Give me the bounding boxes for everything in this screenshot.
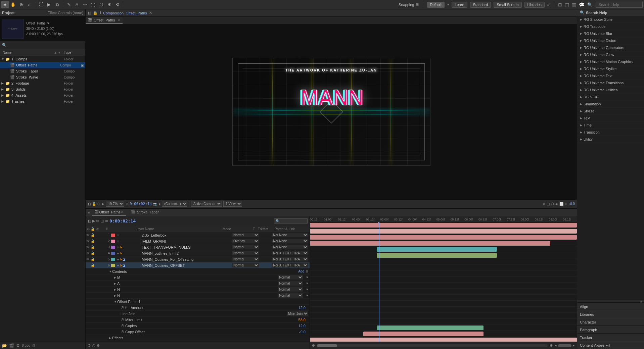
effect-group-header-text[interactable]: ▶ Text bbox=[577, 115, 644, 121]
panel-header-paragraph[interactable]: Paragraph bbox=[577, 326, 644, 334]
line-join-select[interactable]: Miter Join bbox=[287, 311, 308, 316]
toggle-3solids[interactable]: ▶ bbox=[1, 88, 5, 91]
effect-group-header-rg-stylize[interactable]: ▶ RG Universe Stylize bbox=[577, 65, 644, 72]
tl-ctrl-3[interactable]: ⧉ bbox=[96, 219, 99, 223]
project-delete[interactable]: 🗑 bbox=[32, 343, 36, 348]
lr-parent-3[interactable]: None bbox=[278, 245, 310, 249]
layer-row-1[interactable]: 👁 🔒 1 ☆ 2.35_Letterbox Normal bbox=[86, 232, 310, 238]
viewer-toggle-1[interactable]: ⧉ bbox=[543, 202, 545, 206]
tree-item-stroke-wave[interactable]: 🎬 Stroke_Wave Compo bbox=[0, 74, 85, 80]
tl-bottom-1[interactable]: ⊙ bbox=[88, 343, 91, 348]
effect-group-header-rg-motion[interactable]: ▶ RG Universe Motion Graphics bbox=[577, 58, 644, 65]
project-settings[interactable]: ⚙ bbox=[16, 343, 20, 348]
select-tool[interactable]: ◈ bbox=[1, 1, 9, 8]
prop-toggle-n1[interactable]: ▶ bbox=[114, 288, 117, 291]
orbit-tool[interactable]: ⌕ bbox=[26, 1, 33, 8]
tl-ctrl-5[interactable]: ⊕ bbox=[105, 219, 108, 223]
icon-4[interactable]: 💬 bbox=[579, 2, 585, 7]
lr-parent-1[interactable]: None bbox=[278, 233, 310, 237]
effect-group-header-rg-text[interactable]: ▶ RG Universe Text bbox=[577, 72, 644, 79]
tree-item-trashes[interactable]: ▶ 📁 Trashes Folder bbox=[0, 98, 85, 104]
lr-lock-3[interactable]: 🔒 bbox=[90, 245, 95, 249]
layer-search-input[interactable] bbox=[274, 218, 308, 223]
panel-header-align[interactable]: Align bbox=[577, 303, 644, 310]
toggle-4assets[interactable]: ▶ bbox=[1, 94, 5, 97]
lr-vis-2[interactable]: 👁 bbox=[86, 239, 90, 243]
comp-tab-close-1[interactable]: ✕ bbox=[118, 18, 121, 22]
prop-toggle-m[interactable]: ▶ bbox=[114, 276, 117, 279]
eraser-tool[interactable]: ⬡ bbox=[97, 1, 105, 8]
tl-zoom-in[interactable]: ⊕ bbox=[550, 343, 553, 348]
effect-group-header-simulation[interactable]: ▶ Simulation bbox=[577, 101, 644, 107]
pin-tool[interactable]: ✱ bbox=[105, 1, 113, 8]
effect-group-header-rg-shooter[interactable]: ▶ RG Shooter Suite bbox=[577, 16, 644, 23]
project-tree[interactable]: ▼ 📁 1_Comps Folder 🎬 Offset_Paths Compo … bbox=[0, 56, 85, 342]
effect-group-header-rg-transitions[interactable]: ▶ RG Universe Transitions bbox=[577, 80, 644, 86]
tl-ctrl-2[interactable]: ▶ bbox=[92, 219, 95, 223]
tl-tab-offset-paths[interactable]: 🎬 Offset_Paths ✕ bbox=[92, 209, 126, 216]
prop-add-icon[interactable]: ⊕ bbox=[306, 269, 308, 273]
prop-mode-a[interactable]: Normal bbox=[278, 281, 306, 286]
lr-star-4[interactable]: ★ bbox=[116, 251, 120, 255]
effect-group-header-utility[interactable]: ▶ Utility bbox=[577, 136, 644, 143]
tree-item-2footage[interactable]: ▶ 📁 2_Footage Folder bbox=[0, 80, 85, 86]
tl-nav-bar[interactable] bbox=[558, 344, 571, 347]
prop-chevron-n2[interactable]: ▾ bbox=[306, 293, 308, 298]
prop-toggle-a[interactable]: ▶ bbox=[114, 282, 117, 285]
toggle-trashes[interactable]: ▶ bbox=[1, 100, 5, 103]
playhead[interactable] bbox=[379, 222, 379, 342]
panel-header-content-aware[interactable]: Content-Aware Fill bbox=[577, 342, 644, 349]
prop-chevron-a[interactable]: ▾ bbox=[306, 281, 308, 286]
effect-group-header-time[interactable]: ▶ Time bbox=[577, 122, 644, 129]
tree-item-1comps[interactable]: ▼ 📁 1_Comps Folder bbox=[0, 56, 85, 62]
icon-1[interactable]: ⊞ bbox=[558, 2, 562, 7]
prop-mode-n1[interactable]: Normal bbox=[278, 287, 306, 292]
workspace-default[interactable]: Default bbox=[427, 2, 445, 8]
lr-lock-5[interactable]: 🔒 bbox=[90, 257, 95, 261]
panel-header-character[interactable]: Character bbox=[577, 318, 644, 326]
prop-chevron-n1[interactable]: ▾ bbox=[306, 287, 308, 292]
comp-tab-offset-paths[interactable]: 🎬 Offset_Paths ✕ bbox=[86, 17, 123, 24]
tl-hamburger[interactable]: ≡ bbox=[88, 210, 90, 214]
lr-parent-2[interactable]: None bbox=[278, 239, 310, 243]
lr-vis-5[interactable]: 👁 bbox=[86, 257, 90, 261]
tl-bottom-2[interactable]: ◎ bbox=[92, 343, 95, 348]
resize-handle[interactable]: ▣ bbox=[577, 300, 644, 303]
prop-stopwatch-amount[interactable]: ⏱ bbox=[121, 306, 125, 310]
layer-row-3[interactable]: 👁 🔒 3 ☆ fx TEXT_TRANSFORM_NULLS Normal bbox=[86, 244, 310, 250]
viewer-cam-icon[interactable]: 📷 bbox=[153, 202, 157, 206]
tree-item-stroke-taper[interactable]: 🎬 Stroke_Taper Compo bbox=[0, 68, 85, 74]
more-workspaces[interactable]: » bbox=[547, 2, 550, 7]
layer-row-4[interactable]: 👁 🔒 4 ★ fx MANN_outlines_trim 2 Normal bbox=[86, 250, 310, 256]
prop-value-ml[interactable]: 58.0 bbox=[298, 318, 306, 322]
tl-nav-left[interactable]: ◂ bbox=[555, 343, 557, 348]
workspace-libraries[interactable]: Libraries bbox=[524, 2, 545, 8]
rect-tool[interactable]: ⛶ bbox=[37, 1, 45, 8]
puppet-tool[interactable]: ⟲ bbox=[113, 1, 121, 8]
sort-icon-2[interactable]: ▼ bbox=[58, 51, 61, 54]
tl-ctrl-4[interactable]: ◫ bbox=[100, 219, 104, 223]
lr-vis-4[interactable]: 👁 bbox=[86, 251, 90, 255]
workspace-small-screen[interactable]: Small Screen bbox=[494, 2, 521, 8]
lr-vis-3[interactable]: 👁 bbox=[86, 245, 90, 249]
prop-value-copies[interactable]: 12.0 bbox=[298, 324, 306, 328]
lr-mode-5[interactable]: Normal bbox=[232, 257, 261, 261]
layer-row-6[interactable]: 🔒 6 ★ fx◪ MANN_Outlines_OFFSET Normal No bbox=[86, 262, 310, 268]
lr-star-1[interactable]: ☆ bbox=[116, 233, 120, 237]
lr-star-2[interactable]: ☆ bbox=[116, 239, 120, 243]
lr-mode-3[interactable]: Normal bbox=[232, 245, 261, 249]
snapping-toggle[interactable]: Snapping bbox=[399, 3, 414, 7]
lr-mode-2[interactable]: Overlay bbox=[232, 239, 261, 243]
sort-icon[interactable]: ▲ bbox=[54, 51, 57, 54]
toggle-1comps[interactable]: ▼ bbox=[1, 57, 5, 61]
prop-toggle-effects[interactable]: ▶ bbox=[109, 336, 112, 340]
prop-toggle-n2[interactable]: ▶ bbox=[114, 294, 117, 297]
viewer-ctrl-4[interactable]: ▶ bbox=[102, 202, 104, 206]
lr-star-5[interactable]: ★ bbox=[116, 257, 120, 261]
lr-lock-4[interactable]: 🔒 bbox=[90, 251, 95, 255]
magnification-select[interactable]: (Custom...) bbox=[162, 201, 187, 207]
effect-group-header-rg-vfx[interactable]: ▶ RG VFX bbox=[577, 94, 644, 100]
lr-lock-1[interactable]: 🔒 bbox=[90, 233, 95, 237]
lr-star-6[interactable]: ★ bbox=[116, 263, 120, 267]
lr-parent-5[interactable]: 3. TEXT_TRA bbox=[278, 257, 310, 261]
